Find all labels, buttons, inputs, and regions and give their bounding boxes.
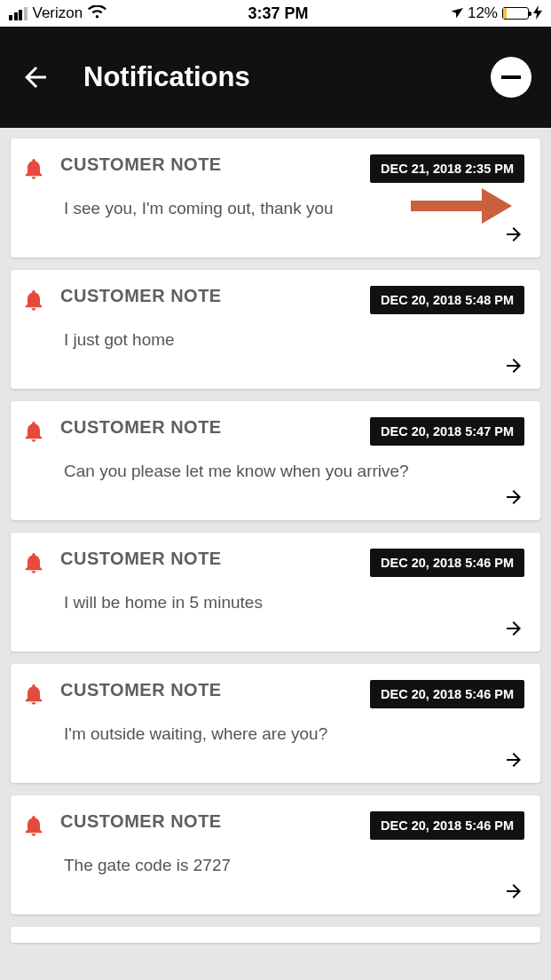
notification-card[interactable]: CUSTOMER NOTE DEC 20, 2018 5:46 PM I'm o… (11, 664, 540, 783)
notification-title: CUSTOMER NOTE (60, 417, 361, 438)
notification-message: Can you please let me know when you arri… (64, 462, 524, 481)
notification-message: The gate code is 2727 (64, 856, 524, 875)
notification-title: CUSTOMER NOTE (60, 154, 361, 175)
signal-icon (9, 7, 28, 20)
app-header: Notifications (0, 27, 551, 128)
notification-timestamp: DEC 21, 2018 2:35 PM (370, 154, 524, 183)
notification-card[interactable]: CUSTOMER NOTE DEC 20, 2018 5:48 PM I jus… (11, 270, 540, 389)
notification-message: I just got home (64, 330, 524, 350)
bell-icon (21, 682, 46, 707)
open-notification-button[interactable] (21, 224, 524, 245)
status-bar: Verizon 3:37 PM 12% (0, 0, 551, 27)
minus-icon (501, 75, 521, 79)
charging-icon (533, 5, 542, 22)
bell-icon (21, 156, 46, 181)
notification-card[interactable]: CUSTOMER NOTE DEC 20, 2018 5:46 PM The g… (11, 795, 540, 914)
bell-icon (21, 288, 46, 312)
notification-title: CUSTOMER NOTE (60, 286, 361, 306)
open-notification-button[interactable] (21, 881, 524, 902)
notification-message: I will be home in 5 minutes (64, 593, 524, 612)
location-icon (449, 4, 465, 22)
status-time: 3:37 PM (248, 4, 309, 23)
notification-timestamp: DEC 20, 2018 5:46 PM (370, 549, 524, 577)
open-notification-button[interactable] (21, 355, 524, 376)
wifi-icon (88, 4, 106, 23)
notification-card[interactable]: CUSTOMER NOTE DEC 20, 2018 5:47 PM Can y… (11, 401, 540, 520)
status-right: 12% (450, 4, 542, 22)
open-notification-button[interactable] (21, 486, 524, 508)
open-notification-button[interactable] (21, 749, 524, 771)
notification-card[interactable]: CUSTOMER NOTE DEC 21, 2018 2:35 PM I see… (11, 138, 540, 257)
back-button[interactable] (20, 61, 51, 93)
notification-list: CUSTOMER NOTE DEC 21, 2018 2:35 PM I see… (0, 128, 551, 943)
page-title: Notifications (83, 61, 250, 93)
bell-icon (21, 813, 46, 838)
notification-title: CUSTOMER NOTE (60, 549, 361, 569)
notification-message: I'm outside waiting, where are you? (64, 724, 524, 744)
bell-icon (21, 550, 46, 575)
battery-icon (502, 7, 529, 20)
notification-title: CUSTOMER NOTE (60, 680, 361, 700)
open-notification-button[interactable] (21, 618, 524, 639)
bell-icon (21, 419, 46, 444)
carrier-label: Verizon (33, 4, 83, 22)
notification-card-peek (11, 927, 540, 943)
notification-timestamp: DEC 20, 2018 5:48 PM (370, 286, 524, 314)
status-left: Verizon (9, 4, 106, 23)
notification-message: I see you, I'm coming out, thank you (64, 199, 524, 218)
notification-timestamp: DEC 20, 2018 5:46 PM (370, 811, 524, 840)
battery-percent: 12% (468, 4, 498, 22)
notification-title: CUSTOMER NOTE (60, 811, 361, 832)
clear-button[interactable] (491, 57, 531, 98)
notification-timestamp: DEC 20, 2018 5:47 PM (370, 417, 524, 446)
notification-timestamp: DEC 20, 2018 5:46 PM (370, 680, 524, 708)
notification-card[interactable]: CUSTOMER NOTE DEC 20, 2018 5:46 PM I wil… (11, 533, 540, 652)
